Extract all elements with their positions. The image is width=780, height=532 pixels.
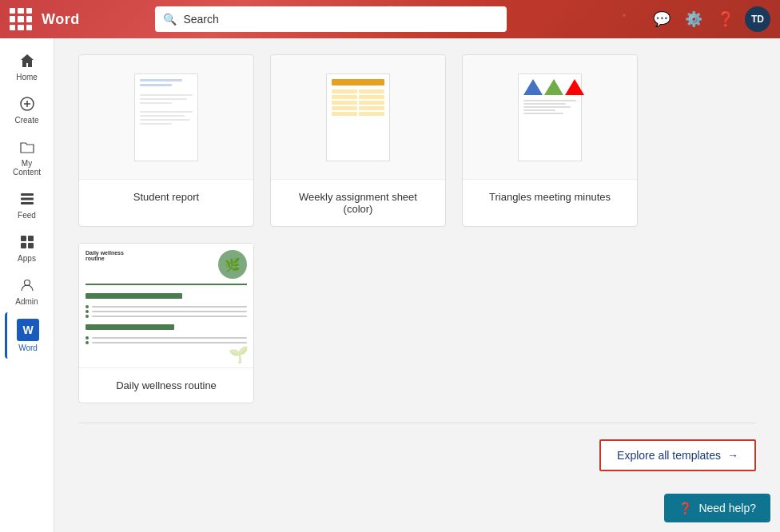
svg-rect-6 — [21, 236, 26, 241]
admin-icon — [18, 276, 37, 295]
explore-btn-label: Explore all templates — [617, 449, 721, 462]
svg-rect-8 — [21, 243, 26, 248]
template-preview-student-report — [79, 55, 253, 179]
need-help-icon: ❓ — [679, 502, 692, 514]
chat-icon[interactable]: 💬 — [649, 6, 675, 32]
sidebar-item-apps-label: Apps — [18, 254, 36, 263]
sidebar-item-word[interactable]: W Word — [5, 312, 50, 359]
app-name: Word — [42, 11, 80, 28]
templates-grid: Student report — [78, 54, 756, 403]
sidebar-item-apps[interactable]: Apps — [5, 226, 50, 269]
sidebar-item-feed-label: Feed — [18, 211, 36, 220]
sidebar-item-my-content[interactable]: My Content — [5, 131, 50, 183]
home-icon — [18, 51, 37, 70]
svg-rect-9 — [28, 243, 34, 248]
feed-icon — [18, 189, 37, 208]
sidebar-item-admin[interactable]: Admin — [5, 269, 50, 312]
folder-icon — [18, 137, 37, 157]
need-help-label: Need help? — [698, 502, 756, 514]
topbar-actions: 💬 ⚙️ ❓ TD — [649, 6, 770, 32]
sidebar: Home Create My Content Feed Apps — [0, 38, 54, 532]
template-card-student-report[interactable]: Student report — [78, 54, 254, 227]
apps-icon — [18, 232, 37, 252]
sidebar-item-home-label: Home — [16, 73, 38, 81]
content-area: Student report — [54, 38, 780, 532]
template-card-triangles-meeting[interactable]: Triangles meeting minutes — [462, 54, 638, 227]
template-card-weekly-assignment[interactable]: Weekly assignment sheet (color) — [270, 54, 446, 227]
need-help-button[interactable]: ❓ Need help? — [664, 494, 770, 522]
template-label-triangles-meeting: Triangles meeting minutes — [463, 179, 637, 214]
search-icon: 🔍 — [163, 13, 177, 26]
explore-section: Explore all templates → — [78, 423, 756, 495]
svg-rect-7 — [28, 236, 34, 241]
svg-rect-5 — [21, 202, 34, 204]
settings-icon[interactable]: ⚙️ — [681, 6, 706, 32]
sidebar-item-admin-label: Admin — [15, 297, 38, 306]
template-label-daily-wellness: Daily wellness routine — [79, 367, 253, 403]
template-card-daily-wellness[interactable]: Daily wellness routine 🌿 — [78, 243, 254, 403]
explore-all-templates-button[interactable]: Explore all templates → — [599, 439, 756, 471]
main-layout: Home Create My Content Feed Apps — [0, 38, 780, 532]
topbar: Word 🔍 Search 💬 ⚙️ ❓ TD — [0, 0, 780, 38]
template-preview-triangles-meeting — [463, 55, 637, 179]
sidebar-item-home[interactable]: Home — [5, 45, 50, 88]
sidebar-item-create[interactable]: Create — [5, 88, 50, 131]
search-input[interactable]: Search — [183, 13, 218, 26]
help-icon[interactable]: ❓ — [713, 6, 738, 32]
waffle-menu[interactable] — [10, 8, 32, 30]
sidebar-item-my-content-label: My Content — [8, 159, 46, 177]
svg-rect-4 — [21, 198, 34, 200]
template-preview-daily-wellness: Daily wellness routine 🌿 — [79, 244, 253, 367]
sidebar-item-create-label: Create — [14, 116, 38, 125]
word-icon: W — [17, 319, 39, 341]
svg-rect-3 — [21, 193, 34, 196]
sidebar-item-feed[interactable]: Feed — [5, 183, 50, 226]
template-preview-weekly-assignment — [271, 55, 445, 179]
template-label-student-report: Student report — [79, 179, 253, 214]
template-label-weekly-assignment: Weekly assignment sheet (color) — [271, 179, 445, 226]
avatar[interactable]: TD — [745, 6, 770, 32]
search-bar[interactable]: 🔍 Search — [155, 6, 507, 32]
create-icon — [18, 94, 37, 113]
sidebar-item-word-label: Word — [18, 343, 38, 352]
explore-btn-arrow: → — [727, 449, 738, 462]
